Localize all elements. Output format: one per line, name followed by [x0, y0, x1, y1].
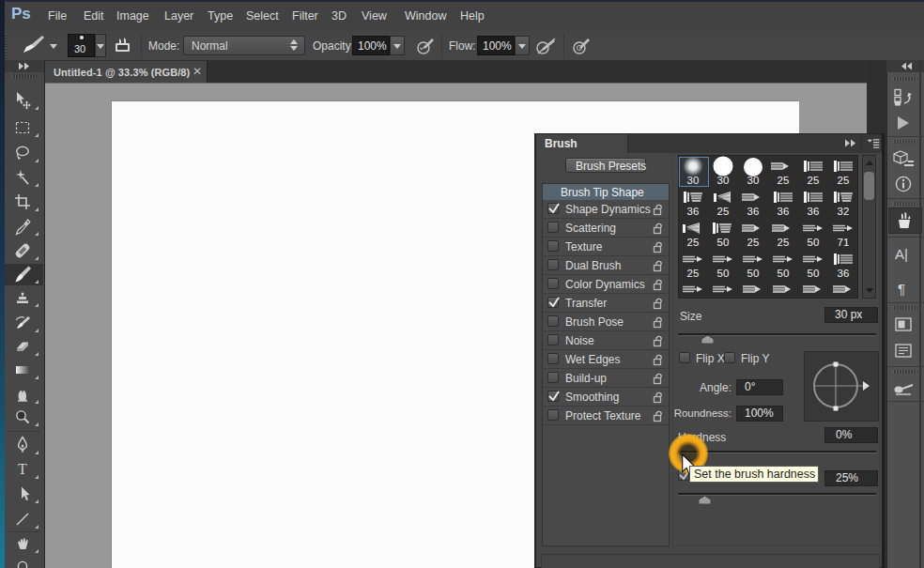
- svg-text:36: 36: [838, 268, 850, 279]
- svg-text:50: 50: [747, 268, 760, 279]
- svg-text:T: T: [18, 461, 27, 477]
- svg-text:25: 25: [808, 175, 820, 186]
- svg-text:25: 25: [747, 237, 760, 248]
- svg-text:50: 50: [717, 268, 730, 279]
- svg-text:71: 71: [838, 237, 850, 248]
- svg-text:50: 50: [778, 268, 790, 279]
- svg-text:36: 36: [747, 206, 760, 217]
- svg-text:50: 50: [717, 237, 730, 248]
- svg-text:50: 50: [808, 237, 820, 248]
- svg-text:25: 25: [778, 175, 790, 186]
- svg-text:36: 36: [687, 206, 700, 217]
- svg-text:25: 25: [838, 175, 850, 186]
- svg-text:25: 25: [687, 237, 700, 248]
- svg-text:25: 25: [778, 237, 790, 248]
- svg-text:25: 25: [687, 268, 700, 279]
- svg-text:30: 30: [717, 175, 730, 186]
- svg-text:36: 36: [808, 206, 820, 217]
- svg-text:25: 25: [717, 206, 730, 217]
- svg-text:36: 36: [778, 206, 790, 217]
- svg-text:32: 32: [838, 206, 850, 217]
- svg-text:30: 30: [747, 175, 760, 186]
- svg-text:50: 50: [808, 268, 820, 279]
